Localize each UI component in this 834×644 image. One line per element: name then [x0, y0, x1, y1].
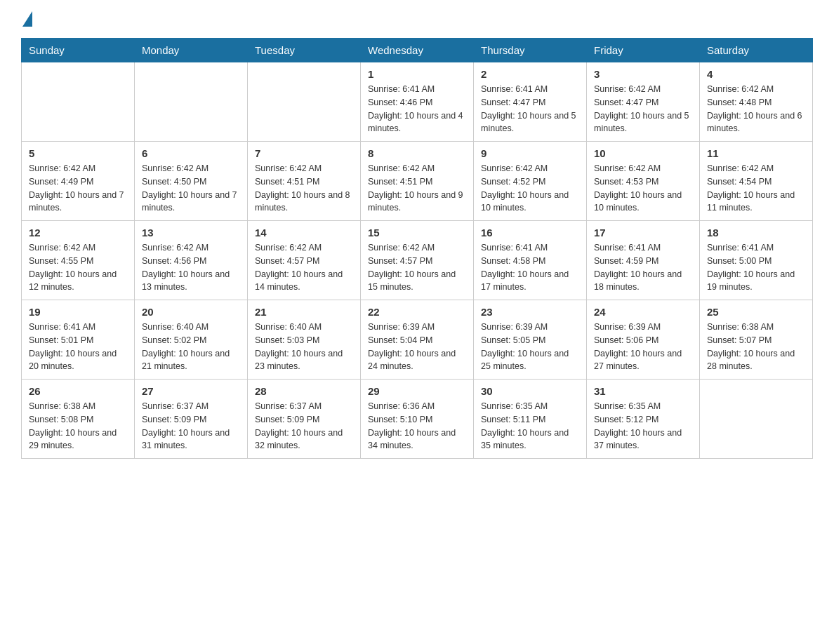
calendar-week-2: 5Sunrise: 6:42 AM Sunset: 4:49 PM Daylig…: [22, 142, 813, 221]
table-row: 26Sunrise: 6:38 AM Sunset: 5:08 PM Dayli…: [22, 380, 135, 459]
day-number: 8: [368, 147, 466, 159]
table-row: 22Sunrise: 6:39 AM Sunset: 5:04 PM Dayli…: [361, 300, 474, 380]
table-row: 17Sunrise: 6:41 AM Sunset: 4:59 PM Dayli…: [587, 221, 700, 300]
table-row: 28Sunrise: 6:37 AM Sunset: 5:09 PM Dayli…: [248, 380, 361, 459]
table-row: 1Sunrise: 6:41 AM Sunset: 4:46 PM Daylig…: [361, 62, 474, 142]
col-friday: Friday: [587, 39, 700, 62]
day-number: 13: [142, 227, 240, 239]
day-number: 26: [29, 385, 127, 397]
table-row: 24Sunrise: 6:39 AM Sunset: 5:06 PM Dayli…: [587, 300, 700, 380]
table-row: 12Sunrise: 6:42 AM Sunset: 4:55 PM Dayli…: [22, 221, 135, 300]
day-number: 20: [142, 306, 240, 318]
table-row: 30Sunrise: 6:35 AM Sunset: 5:11 PM Dayli…: [474, 380, 587, 459]
day-info: Sunrise: 6:42 AM Sunset: 4:54 PM Dayligh…: [707, 162, 805, 215]
table-row: 25Sunrise: 6:38 AM Sunset: 5:07 PM Dayli…: [700, 300, 813, 380]
table-row: 27Sunrise: 6:37 AM Sunset: 5:09 PM Dayli…: [135, 380, 248, 459]
day-info: Sunrise: 6:41 AM Sunset: 4:59 PM Dayligh…: [594, 241, 692, 294]
day-info: Sunrise: 6:42 AM Sunset: 4:47 PM Dayligh…: [594, 83, 692, 135]
day-info: Sunrise: 6:42 AM Sunset: 4:50 PM Dayligh…: [142, 162, 240, 215]
table-row: 31Sunrise: 6:35 AM Sunset: 5:12 PM Dayli…: [587, 380, 700, 459]
table-row: 3Sunrise: 6:42 AM Sunset: 4:47 PM Daylig…: [587, 62, 700, 142]
day-number: 14: [255, 227, 353, 239]
day-number: 15: [368, 227, 466, 239]
day-info: Sunrise: 6:41 AM Sunset: 5:00 PM Dayligh…: [707, 241, 805, 294]
day-info: Sunrise: 6:37 AM Sunset: 5:09 PM Dayligh…: [142, 400, 240, 452]
day-info: Sunrise: 6:42 AM Sunset: 4:49 PM Dayligh…: [29, 162, 127, 215]
day-number: 29: [368, 385, 466, 397]
header-row: Sunday Monday Tuesday Wednesday Thursday…: [22, 39, 813, 62]
day-number: 18: [707, 227, 805, 239]
table-row: 19Sunrise: 6:41 AM Sunset: 5:01 PM Dayli…: [22, 300, 135, 380]
table-row: 6Sunrise: 6:42 AM Sunset: 4:50 PM Daylig…: [135, 142, 248, 221]
table-row: 18Sunrise: 6:41 AM Sunset: 5:00 PM Dayli…: [700, 221, 813, 300]
day-info: Sunrise: 6:42 AM Sunset: 4:48 PM Dayligh…: [707, 83, 805, 135]
table-row: 13Sunrise: 6:42 AM Sunset: 4:56 PM Dayli…: [135, 221, 248, 300]
day-info: Sunrise: 6:42 AM Sunset: 4:53 PM Dayligh…: [594, 162, 692, 215]
day-number: 22: [368, 306, 466, 318]
col-saturday: Saturday: [700, 39, 813, 62]
day-number: 2: [481, 68, 579, 80]
day-number: 27: [142, 385, 240, 397]
table-row: [248, 62, 361, 142]
day-info: Sunrise: 6:38 AM Sunset: 5:08 PM Dayligh…: [29, 400, 127, 452]
day-number: 25: [707, 306, 805, 318]
day-number: 6: [142, 147, 240, 159]
day-number: 17: [594, 227, 692, 239]
table-row: 10Sunrise: 6:42 AM Sunset: 4:53 PM Dayli…: [587, 142, 700, 221]
day-info: Sunrise: 6:37 AM Sunset: 5:09 PM Dayligh…: [255, 400, 353, 452]
day-info: Sunrise: 6:35 AM Sunset: 5:11 PM Dayligh…: [481, 400, 579, 452]
day-number: 3: [594, 68, 692, 80]
day-number: 21: [255, 306, 353, 318]
day-number: 1: [368, 68, 466, 80]
table-row: 7Sunrise: 6:42 AM Sunset: 4:51 PM Daylig…: [248, 142, 361, 221]
table-row: 20Sunrise: 6:40 AM Sunset: 5:02 PM Dayli…: [135, 300, 248, 380]
col-tuesday: Tuesday: [248, 39, 361, 62]
day-info: Sunrise: 6:41 AM Sunset: 4:46 PM Dayligh…: [368, 83, 466, 135]
day-info: Sunrise: 6:42 AM Sunset: 4:56 PM Dayligh…: [142, 241, 240, 294]
day-number: 28: [255, 385, 353, 397]
day-number: 11: [707, 147, 805, 159]
day-info: Sunrise: 6:41 AM Sunset: 4:47 PM Dayligh…: [481, 83, 579, 135]
table-row: 14Sunrise: 6:42 AM Sunset: 4:57 PM Dayli…: [248, 221, 361, 300]
table-row: [135, 62, 248, 142]
day-number: 10: [594, 147, 692, 159]
col-thursday: Thursday: [474, 39, 587, 62]
calendar-week-4: 19Sunrise: 6:41 AM Sunset: 5:01 PM Dayli…: [22, 300, 813, 380]
day-number: 23: [481, 306, 579, 318]
table-row: 8Sunrise: 6:42 AM Sunset: 4:51 PM Daylig…: [361, 142, 474, 221]
table-row: 23Sunrise: 6:39 AM Sunset: 5:05 PM Dayli…: [474, 300, 587, 380]
calendar-week-5: 26Sunrise: 6:38 AM Sunset: 5:08 PM Dayli…: [22, 380, 813, 459]
table-row: 29Sunrise: 6:36 AM Sunset: 5:10 PM Dayli…: [361, 380, 474, 459]
day-info: Sunrise: 6:41 AM Sunset: 4:58 PM Dayligh…: [481, 241, 579, 294]
day-info: Sunrise: 6:39 AM Sunset: 5:06 PM Dayligh…: [594, 321, 692, 373]
day-info: Sunrise: 6:36 AM Sunset: 5:10 PM Dayligh…: [368, 400, 466, 452]
day-info: Sunrise: 6:39 AM Sunset: 5:04 PM Dayligh…: [368, 321, 466, 373]
day-info: Sunrise: 6:40 AM Sunset: 5:03 PM Dayligh…: [255, 321, 353, 373]
day-number: 30: [481, 385, 579, 397]
table-row: 4Sunrise: 6:42 AM Sunset: 4:48 PM Daylig…: [700, 62, 813, 142]
day-number: 12: [29, 227, 127, 239]
day-number: 24: [594, 306, 692, 318]
day-number: 16: [481, 227, 579, 239]
day-info: Sunrise: 6:42 AM Sunset: 4:52 PM Dayligh…: [481, 162, 579, 215]
calendar-week-3: 12Sunrise: 6:42 AM Sunset: 4:55 PM Dayli…: [22, 221, 813, 300]
day-number: 9: [481, 147, 579, 159]
table-row: 16Sunrise: 6:41 AM Sunset: 4:58 PM Dayli…: [474, 221, 587, 300]
calendar-table: Sunday Monday Tuesday Wednesday Thursday…: [21, 38, 813, 459]
table-row: [700, 380, 813, 459]
day-number: 5: [29, 147, 127, 159]
day-info: Sunrise: 6:40 AM Sunset: 5:02 PM Dayligh…: [142, 321, 240, 373]
day-number: 31: [594, 385, 692, 397]
table-row: [22, 62, 135, 142]
day-info: Sunrise: 6:38 AM Sunset: 5:07 PM Dayligh…: [707, 321, 805, 373]
table-row: 9Sunrise: 6:42 AM Sunset: 4:52 PM Daylig…: [474, 142, 587, 221]
col-sunday: Sunday: [22, 39, 135, 62]
day-info: Sunrise: 6:42 AM Sunset: 4:55 PM Dayligh…: [29, 241, 127, 294]
calendar-week-1: 1Sunrise: 6:41 AM Sunset: 4:46 PM Daylig…: [22, 62, 813, 142]
day-info: Sunrise: 6:42 AM Sunset: 4:51 PM Dayligh…: [255, 162, 353, 215]
day-number: 7: [255, 147, 353, 159]
table-row: 5Sunrise: 6:42 AM Sunset: 4:49 PM Daylig…: [22, 142, 135, 221]
table-row: 15Sunrise: 6:42 AM Sunset: 4:57 PM Dayli…: [361, 221, 474, 300]
page-header: [21, 14, 813, 27]
day-info: Sunrise: 6:42 AM Sunset: 4:51 PM Dayligh…: [368, 162, 466, 215]
